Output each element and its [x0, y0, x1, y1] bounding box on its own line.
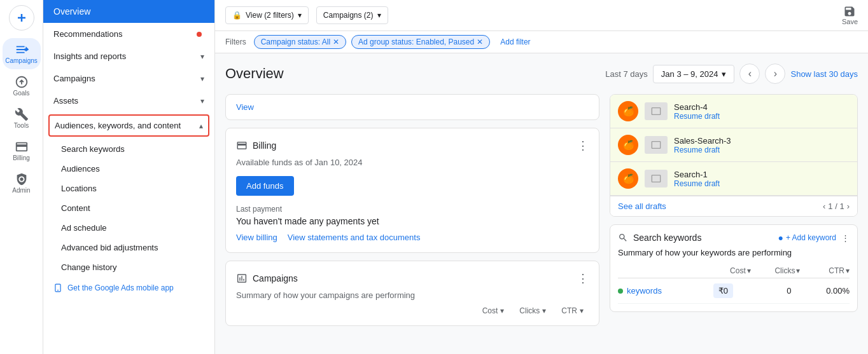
ad-group-status-close: ✕	[477, 37, 483, 46]
ad-group-status-filter[interactable]: Ad group status: Enabled, Paused ✕	[351, 35, 490, 49]
last-x-days-label: Last 7 days	[605, 69, 648, 79]
sidebar-advanced-bid[interactable]: Advanced bid adjustments	[43, 238, 214, 257]
nav-goals[interactable]: Goals	[3, 71, 41, 102]
campaigns-table-header: Cost ▾ Clicks ▾ CTR ▾	[236, 306, 589, 315]
add-funds-button[interactable]: Add funds	[236, 176, 294, 196]
billing-card-icon	[236, 140, 248, 151]
draft-thumb-1	[645, 136, 668, 154]
campaigns-card-title: Campaigns	[253, 273, 298, 283]
add-filter-button[interactable]: Add filter	[495, 36, 535, 48]
campaigns-menu-button[interactable]: ⋮	[577, 271, 589, 285]
keyword-name-0[interactable]: keywords	[627, 286, 680, 296]
nav-tools-label: Tools	[14, 122, 29, 129]
sidebar-search-keywords[interactable]: Search keywords	[43, 139, 214, 159]
add-keyword-button[interactable]: ● + Add keyword	[778, 233, 836, 243]
assets-label: Assets	[53, 96, 78, 106]
view-billing-link[interactable]: View billing	[236, 233, 277, 242]
campaigns-chevron: ▾	[200, 74, 204, 83]
keywords-card: Search keywords ● + Add keyword ⋮ Summar…	[610, 224, 858, 312]
keyword-cost-0: ₹0	[713, 283, 733, 298]
lock-icon: 🔒	[232, 11, 242, 20]
app-promo[interactable]: Get the Google Ads mobile app	[43, 277, 214, 299]
nav-tools[interactable]: Tools	[3, 103, 41, 134]
campaign-status-filter[interactable]: Campaign status: All ✕	[254, 35, 346, 49]
kw-cost-header: Cost ▾	[706, 266, 756, 275]
keyword-row-0: keywords ₹0 0 0.00%	[618, 278, 850, 304]
keywords-summary: Summary of how your keywords are perform…	[618, 248, 850, 257]
keywords-menu-button[interactable]: ⋮	[841, 233, 850, 243]
keyword-clicks-0: 0	[787, 286, 791, 296]
campaigns-card: Campaigns ⋮ Summary of how your campaign…	[225, 261, 599, 326]
sidebar-ad-schedule[interactable]: Ad schedule	[43, 218, 214, 238]
drafts-pagination: ‹ 1 / 1 ›	[823, 201, 850, 211]
campaign-status-close: ✕	[333, 37, 339, 46]
audiences-keywords-header[interactable]: Audiences, keywords, and content ▴	[50, 116, 208, 135]
sidebar-recommendations[interactable]: Recommendations	[43, 23, 214, 45]
date-range-label: Jan 3 – 9, 2024	[661, 69, 718, 79]
draft-action-1[interactable]: Resume draft	[674, 146, 850, 154]
next-date-button[interactable]: ›	[765, 64, 785, 84]
billing-menu-button[interactable]: ⋮	[577, 139, 589, 153]
prev-draft-button[interactable]: ‹	[823, 201, 825, 211]
add-keyword-label: + Add keyword	[786, 233, 836, 242]
last-payment-label: Last payment	[236, 205, 589, 214]
keywords-title-row: Search keywords	[618, 233, 701, 243]
audiences-keywords-section: Audiences, keywords, and content ▴	[48, 114, 209, 137]
sidebar-overview[interactable]: Overview	[43, 0, 214, 23]
campaigns-card-header: Campaigns ⋮	[236, 271, 589, 285]
draft-avatar-0: 🍊	[618, 101, 638, 121]
date-range-button[interactable]: Jan 3 – 9, 2024 ▾	[653, 65, 735, 83]
two-col-layout: View Billing ⋮ Available funds as of Jan…	[225, 94, 858, 344]
save-button[interactable]: Save	[842, 5, 858, 25]
icon-nav: Campaigns Goals Tools Billing Admin	[0, 0, 43, 354]
drafts-footer: See all drafts ‹ 1 / 1 ›	[610, 196, 857, 216]
nav-campaigns-label: Campaigns	[5, 57, 38, 64]
billing-card-header: Billing ⋮	[236, 139, 589, 153]
campaigns-card-icon	[236, 273, 248, 284]
sidebar-campaigns[interactable]: Campaigns ▾	[43, 67, 214, 90]
draft-info-0: Search-4 Resume draft	[674, 102, 850, 121]
prev-date-button[interactable]: ‹	[739, 64, 760, 84]
drafts-card: 🍊 Search-4 Resume draft 🍊	[610, 94, 858, 217]
show-last-30-link[interactable]: Show last 30 days	[790, 69, 858, 79]
filter-bar: Filters Campaign status: All ✕ Ad group …	[215, 31, 868, 53]
sidebar-locations[interactable]: Locations	[43, 179, 214, 198]
sidebar-assets[interactable]: Assets ▾	[43, 90, 214, 112]
nav-billing[interactable]: Billing	[3, 135, 41, 167]
view-link[interactable]: View	[236, 102, 254, 112]
view-filters-button[interactable]: 🔒 View (2 filters) ▾	[225, 6, 309, 24]
view-statements-link[interactable]: View statements and tax documents	[288, 233, 421, 242]
draft-avatar-1: 🍊	[618, 135, 638, 155]
draft-action-2[interactable]: Resume draft	[674, 179, 850, 188]
create-button[interactable]	[9, 5, 34, 31]
app-promo-label: Get the Google Ads mobile app	[67, 283, 174, 292]
cost-col-header: Cost ▾	[482, 306, 505, 315]
draft-action-0[interactable]: Resume draft	[674, 112, 850, 121]
nav-admin-label: Admin	[12, 187, 30, 194]
assets-chevron: ▾	[200, 97, 204, 106]
next-draft-button[interactable]: ›	[847, 201, 850, 211]
campaigns-title-row: Campaigns	[236, 273, 298, 284]
sidebar: Overview Recommendations Insights and re…	[43, 0, 215, 354]
page-title: Overview	[225, 65, 284, 82]
filters-label: Filters	[225, 37, 246, 46]
ctr-col-header: CTR ▾	[561, 306, 584, 315]
keywords-icon	[618, 233, 628, 243]
sidebar-audiences[interactable]: Audiences	[43, 159, 214, 179]
nav-campaigns[interactable]: Campaigns	[3, 38, 41, 69]
view-filters-label: View (2 filters)	[246, 11, 294, 20]
app-icon	[53, 283, 62, 292]
insights-label: Insights and reports	[53, 51, 126, 61]
see-all-drafts-link[interactable]: See all drafts	[618, 201, 666, 211]
nav-admin[interactable]: Admin	[3, 168, 41, 199]
goals-icon	[9, 76, 34, 88]
sidebar-content[interactable]: Content	[43, 198, 214, 218]
sidebar-insights[interactable]: Insights and reports ▾	[43, 45, 214, 67]
campaigns-icon	[9, 43, 34, 56]
sidebar-change-history[interactable]: Change history	[43, 257, 214, 277]
campaigns-subtitle: Summary of how your campaigns are perfor…	[236, 290, 589, 300]
ad-group-status-label: Ad group status: Enabled, Paused	[358, 37, 474, 46]
draft-info-2: Search-1 Resume draft	[674, 170, 850, 188]
campaigns-selector[interactable]: Campaigns (2) ▾	[316, 6, 388, 24]
draft-thumb-2	[645, 170, 668, 187]
